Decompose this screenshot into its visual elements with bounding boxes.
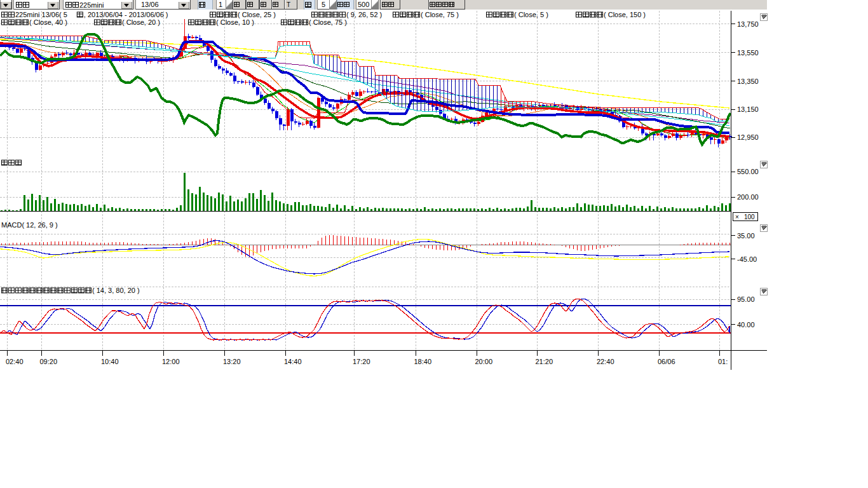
svg-text:225mini: 225mini	[79, 1, 104, 9]
svg-text:T: T	[287, 1, 290, 8]
svg-text:( Close, 5 ): ( Close, 5 )	[514, 11, 548, 18]
svg-text:( Close, 25 ): ( Close, 25 )	[238, 11, 276, 18]
svg-text:( Close, 75 ): ( Close, 75 )	[421, 11, 459, 18]
svg-text:, 2013/06/04 - 2013/06/06 ): , 2013/06/04 - 2013/06/06 )	[84, 11, 168, 18]
svg-text:( 14, 3, 80, 20 ): ( 14, 3, 80, 20 )	[92, 287, 140, 294]
svg-text:225mini 13/06( 5: 225mini 13/06( 5	[15, 11, 67, 18]
svg-text:( Close, 75 ): ( Close, 75 )	[309, 18, 347, 26]
svg-text:MACD( 12, 26, 9 ): MACD( 12, 26, 9 )	[1, 221, 58, 229]
svg-text:( Close, 10 ): ( Close, 10 )	[216, 18, 254, 26]
svg-text:( Close, 150 ): ( Close, 150 )	[604, 11, 646, 18]
svg-text:( 9, 26, 52 ): ( 9, 26, 52 )	[346, 11, 382, 18]
svg-text:( Close, 20 ): ( Close, 20 )	[122, 18, 160, 26]
svg-text:( Close, 40 ): ( Close, 40 )	[29, 18, 67, 26]
